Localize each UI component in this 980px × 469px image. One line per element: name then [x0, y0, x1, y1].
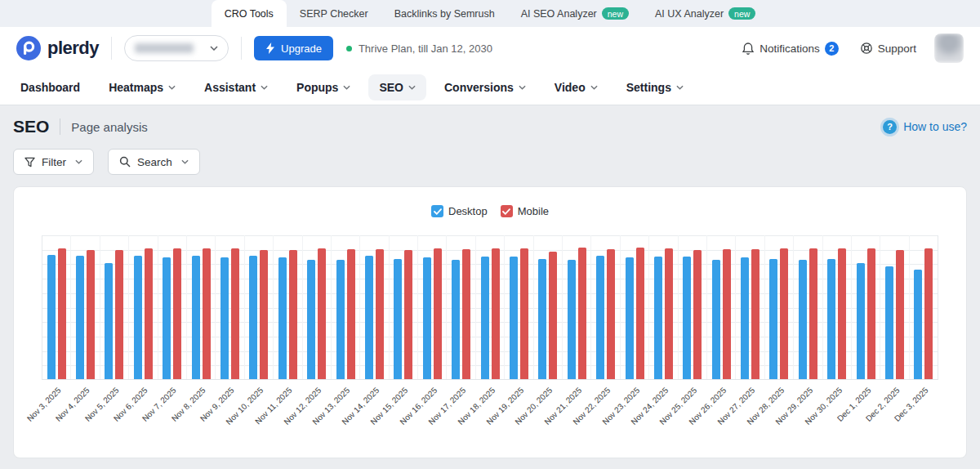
legend-item-desktop[interactable]: Desktop: [431, 205, 488, 217]
nav-item-heatmaps[interactable]: Heatmaps: [98, 74, 186, 100]
legend-item-mobile[interactable]: Mobile: [501, 205, 549, 217]
bar-group: [476, 235, 505, 379]
bar-group: [910, 235, 938, 379]
brand-name: plerdy: [47, 38, 99, 59]
chevron-down-icon: [676, 85, 684, 90]
page-head: SEO Page analysis ? How to use?: [13, 117, 967, 136]
content-area: SEO Page analysis ? How to use? Filter S…: [0, 105, 980, 458]
bar-group: [390, 235, 418, 379]
desktop-bar: [76, 256, 84, 379]
bar-group: [649, 235, 678, 379]
nav-item-seo[interactable]: SEO: [368, 74, 426, 100]
check-icon: [502, 208, 510, 215]
desktop-bar: [712, 260, 720, 379]
user-avatar[interactable]: [934, 34, 964, 63]
desktop-bar: [596, 256, 604, 379]
desktop-bar: [336, 260, 345, 379]
nav-item-video[interactable]: Video: [544, 74, 608, 100]
desktop-bar: [626, 257, 634, 379]
mobile-bar: [404, 250, 412, 379]
how-to-use-link[interactable]: ? How to use?: [883, 120, 967, 134]
mobile-bar: [434, 248, 442, 379]
tab-ai-ux-analyzer[interactable]: AI UX Analyzernew: [642, 0, 768, 27]
support-label: Support: [878, 42, 916, 55]
desktop-bar: [423, 257, 431, 379]
tab-backlinks-semrush[interactable]: Backlinks by Semrush: [381, 0, 508, 27]
desktop-bar: [47, 255, 56, 379]
nav-item-assistant[interactable]: Assistant: [194, 74, 278, 100]
desktop-bar: [307, 260, 315, 379]
mobile-bar: [809, 248, 817, 379]
bar-group: [679, 235, 707, 379]
desktop-bar: [857, 263, 865, 379]
mobile-bar: [578, 248, 586, 379]
mobile-bar: [636, 248, 644, 379]
main-nav: Dashboard Heatmaps Assistant Popups SEO …: [0, 69, 980, 105]
nav-item-dashboard[interactable]: Dashboard: [10, 74, 91, 100]
tab-serp-checker[interactable]: SERP Checker: [287, 0, 381, 27]
mobile-bar: [289, 250, 297, 379]
desktop-bar: [510, 257, 518, 379]
mobile-bar: [867, 248, 875, 379]
plan-status-text: Thrive Plan, till Jan 12, 2030: [359, 42, 492, 55]
filter-dropdown-button[interactable]: Filter: [13, 149, 94, 175]
mobile-bar: [58, 248, 66, 379]
plan-status-dot: [346, 46, 352, 51]
desktop-bar: [365, 256, 373, 379]
mobile-bar: [896, 250, 904, 379]
chevron-down-icon: [408, 85, 416, 90]
plerdy-logo-icon: [16, 36, 41, 60]
account-selector-dropdown[interactable]: [124, 35, 229, 61]
desktop-bar: [134, 256, 142, 379]
legend-label-desktop: Desktop: [448, 205, 488, 217]
mobile-bar: [751, 249, 760, 379]
desktop-bar: [799, 260, 807, 379]
bar-group: [534, 235, 563, 379]
mobile-bar: [260, 250, 268, 379]
notifications-button[interactable]: Notifications 2: [742, 42, 839, 56]
search-dropdown-button[interactable]: Search: [108, 149, 200, 175]
bar-group: [823, 235, 852, 379]
bar-group: [71, 235, 100, 379]
tab-cro-tools[interactable]: CRO Tools: [212, 0, 287, 27]
tab-ai-seo-analyzer[interactable]: AI SEO Analyzernew: [508, 0, 642, 27]
mobile-bar: [462, 249, 470, 379]
mobile-checkbox[interactable]: [501, 205, 513, 217]
bar-group: [563, 235, 591, 379]
chevron-down-icon: [181, 159, 189, 164]
mobile-bar: [693, 250, 702, 379]
desktop-bar: [741, 257, 749, 379]
nav-item-conversions[interactable]: Conversions: [434, 74, 537, 100]
support-button[interactable]: Support: [860, 42, 916, 55]
mobile-bar: [87, 250, 95, 379]
bar-group: [245, 235, 274, 379]
chevron-down-icon: [519, 85, 526, 90]
chart-legend: Desktop Mobile: [42, 205, 938, 217]
plerdy-logo[interactable]: plerdy: [16, 36, 99, 60]
bar-group: [360, 235, 389, 379]
blurred-account-name: [135, 43, 194, 53]
bar-group: [765, 235, 794, 379]
desktop-bar: [394, 259, 402, 379]
nav-item-popups[interactable]: Popups: [286, 74, 361, 100]
bar-group: [418, 235, 447, 379]
filter-label: Filter: [42, 156, 66, 168]
nav-label: Popups: [296, 81, 338, 94]
bar-group: [216, 235, 244, 379]
desktop-bar: [683, 257, 691, 379]
nav-label: Assistant: [204, 81, 256, 94]
bar-group: [707, 235, 736, 379]
desktop-checkbox[interactable]: [431, 205, 443, 217]
mobile-bar: [665, 248, 673, 379]
tab-label: AI UX Analyzer: [655, 8, 724, 20]
funnel-icon: [24, 157, 35, 168]
chevron-down-icon: [168, 85, 176, 90]
nav-item-settings[interactable]: Settings: [616, 74, 694, 100]
check-icon: [434, 208, 442, 215]
plot-area: [42, 235, 938, 380]
bar-group: [621, 235, 649, 379]
page-subtitle: Page analysis: [71, 120, 147, 134]
upgrade-button[interactable]: Upgrade: [254, 36, 333, 60]
page-title: SEO: [13, 117, 49, 136]
question-mark-icon: ?: [883, 120, 897, 134]
